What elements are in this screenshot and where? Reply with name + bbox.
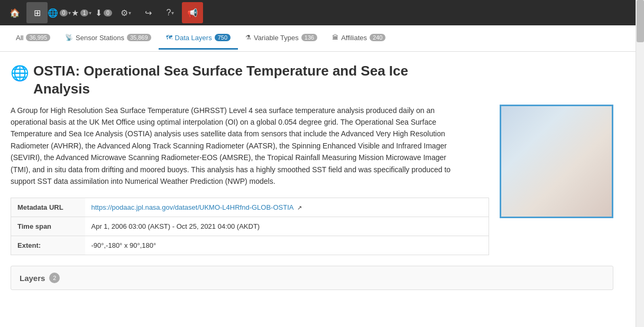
scrollbar-thumb[interactable] <box>637 0 644 42</box>
grid-button[interactable]: ⊞ <box>26 2 48 23</box>
content-left: A Group for High Resolution Sea Surface … <box>11 105 489 266</box>
metadata-row-extent: Extent: -90°,-180° x 90°,180° <box>11 236 489 255</box>
resource-globe-icon: 🌐 <box>11 64 29 82</box>
download-icon: ⬇ <box>95 8 102 18</box>
globe-icon: 🌐 <box>48 8 58 18</box>
share-icon: ↪ <box>145 8 152 18</box>
tab-data-layers-label: Data Layers <box>175 34 212 42</box>
resource-thumbnail <box>500 105 613 218</box>
metadata-url-value: https://podaac.jpl.nasa.gov/dataset/UKMO… <box>85 198 489 217</box>
sensor-icon: 📡 <box>65 34 73 41</box>
gear-dropdown-icon: ▾ <box>128 10 131 16</box>
resource-title-block: 🌐 OSTIA: Operational Sea Surface Tempera… <box>11 62 613 98</box>
tab-data-layers-count: 750 <box>215 34 231 41</box>
star-icon: ★ <box>71 8 79 18</box>
globe-badge: 0 <box>60 10 68 16</box>
time-span-value: Apr 1, 2006 03:00 (AKST) - Oct 25, 2021 … <box>85 217 489 236</box>
external-link-icon: ↗ <box>297 204 302 211</box>
grid-icon: ⊞ <box>34 8 41 18</box>
resource-title: OSTIA: Operational Sea Surface Temperatu… <box>33 62 408 98</box>
thumbnail-image <box>501 106 612 217</box>
extent-value: -90°,-180° x 90°,180° <box>85 236 489 255</box>
announce-icon: 📢 <box>187 8 198 18</box>
resource-thumbnail-area <box>500 105 613 218</box>
layers-icon: 🗺 <box>166 34 172 41</box>
metadata-url-link[interactable]: https://podaac.jpl.nasa.gov/dataset/UKMO… <box>91 203 293 211</box>
affiliates-icon: 🏛 <box>332 34 338 41</box>
gear-button[interactable]: ⚙ ▾ <box>115 2 136 23</box>
metadata-table: Metadata URL https://podaac.jpl.nasa.gov… <box>11 198 489 255</box>
tab-sensor-stations[interactable]: 📡 Sensor Stations 35,869 <box>58 27 158 50</box>
tab-all[interactable]: All 36,995 <box>8 27 58 50</box>
dropdown-icon2: ▾ <box>89 10 91 16</box>
tab-affiliates-count: 240 <box>370 34 385 41</box>
resource-description: A Group for High Resolution Sea Surface … <box>11 105 463 188</box>
tab-data-layers[interactable]: 🗺 Data Layers 750 <box>159 27 238 50</box>
home-icon: 🏠 <box>10 8 20 18</box>
download-counter-button[interactable]: ⬇ 0 <box>93 2 114 23</box>
layers-section[interactable]: Layers 2 <box>11 266 613 290</box>
filter-tabs-bar: All 36,995 📡 Sensor Stations 35,869 🗺 Da… <box>0 25 644 52</box>
download-badge: 0 <box>104 10 112 16</box>
home-button[interactable]: 🏠 <box>4 2 25 23</box>
metadata-row-url: Metadata URL https://podaac.jpl.nasa.gov… <box>11 198 489 217</box>
time-span-label: Time span <box>11 217 85 236</box>
layers-title: Layers <box>20 274 45 283</box>
star-badge: 1 <box>80 10 89 16</box>
gear-icon: ⚙ <box>121 8 128 18</box>
tab-affiliates-label: Affiliates <box>341 34 367 42</box>
tab-sensor-stations-count: 35,869 <box>127 34 151 41</box>
tab-sensor-stations-label: Sensor Stations <box>76 34 124 42</box>
content-layout: A Group for High Resolution Sea Surface … <box>11 105 613 266</box>
star-counter-button[interactable]: ★ 1 ▾ <box>71 2 92 23</box>
layers-count-badge: 2 <box>49 273 60 283</box>
help-dropdown-icon: ▾ <box>171 10 174 16</box>
help-icon: ? <box>167 8 171 17</box>
metadata-row-timespan: Time span Apr 1, 2006 03:00 (AKST) - Oct… <box>11 217 489 236</box>
tab-variable-types-label: Variable Types <box>254 34 299 42</box>
extent-label: Extent: <box>11 236 85 255</box>
share-button[interactable]: ↪ <box>137 2 159 23</box>
scrollbar[interactable] <box>636 0 644 327</box>
tab-affiliates[interactable]: 🏛 Affiliates 240 <box>325 27 393 50</box>
metadata-url-label: Metadata URL <box>11 198 85 217</box>
main-content: 🌐 OSTIA: Operational Sea Surface Tempera… <box>0 52 624 295</box>
announce-button[interactable]: 📢 <box>182 2 203 23</box>
help-button[interactable]: ? ▾ <box>160 2 181 23</box>
tab-all-count: 36,995 <box>26 34 50 41</box>
tab-all-label: All <box>16 34 23 42</box>
globe-counter-button[interactable]: 🌐 0 ▾ <box>49 2 70 23</box>
top-navigation: 🏠 ⊞ 🌐 0 ▾ ★ 1 ▾ ⬇ 0 ⚙ ▾ ↪ ? ▾ 📢 <box>0 0 644 25</box>
tab-variable-types[interactable]: ⚗ Variable Types 136 <box>238 27 325 50</box>
variable-icon: ⚗ <box>245 34 251 41</box>
tab-variable-types-count: 136 <box>301 34 317 41</box>
